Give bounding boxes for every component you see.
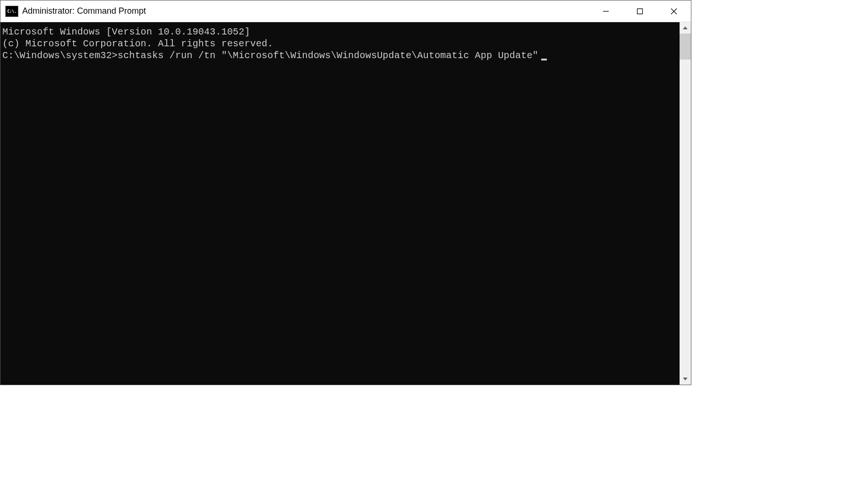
svg-rect-1 — [638, 9, 643, 14]
terminal-line: Microsoft Windows [Version 10.0.19043.10… — [2, 26, 678, 38]
minimize-button[interactable] — [589, 0, 623, 22]
content-area: Microsoft Windows [Version 10.0.19043.10… — [0, 22, 691, 385]
terminal-output[interactable]: Microsoft Windows [Version 10.0.19043.10… — [0, 22, 680, 385]
chevron-up-icon — [683, 26, 688, 29]
scroll-track[interactable] — [680, 34, 691, 373]
terminal-cursor — [541, 59, 547, 60]
window-controls — [589, 0, 691, 22]
maximize-icon — [636, 8, 644, 15]
close-icon — [670, 8, 678, 15]
cmd-icon: C:\. — [5, 6, 18, 17]
terminal-command: schtasks /run /tn "\Microsoft\Windows\Wi… — [118, 50, 538, 61]
titlebar[interactable]: C:\. Administrator: Command Prompt — [0, 0, 691, 22]
chevron-down-icon — [683, 378, 688, 380]
scroll-down-button[interactable] — [680, 373, 691, 385]
vertical-scrollbar[interactable] — [680, 22, 691, 385]
terminal-prompt: C:\Windows\system32> — [2, 50, 118, 61]
scroll-thumb[interactable] — [680, 34, 691, 60]
cmd-icon-text: C:\. — [7, 9, 17, 14]
scroll-up-button[interactable] — [680, 22, 691, 34]
close-button[interactable] — [657, 0, 691, 22]
terminal-prompt-line: C:\Windows\system32>schtasks /run /tn "\… — [2, 50, 678, 61]
minimize-icon — [602, 8, 610, 15]
window-title: Administrator: Command Prompt — [22, 6, 589, 16]
maximize-button[interactable] — [623, 0, 657, 22]
terminal-line: (c) Microsoft Corporation. All rights re… — [2, 38, 678, 50]
